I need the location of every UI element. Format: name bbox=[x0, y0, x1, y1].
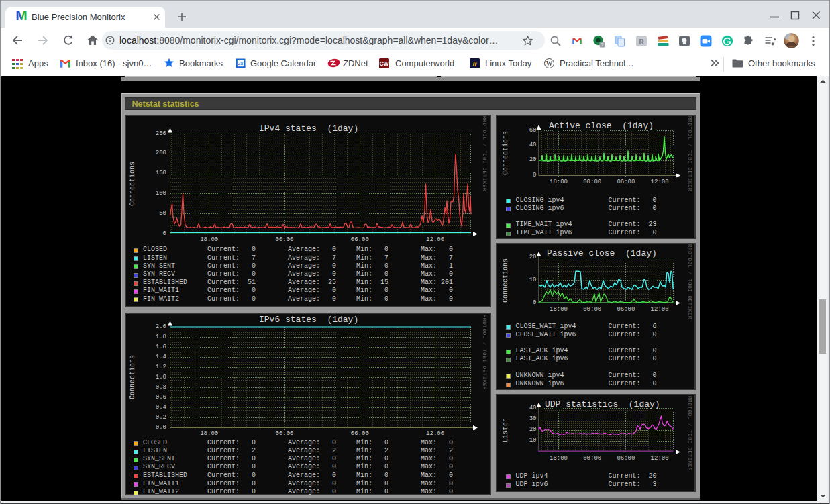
svg-text:?: ? bbox=[601, 42, 604, 47]
svg-text:M: M bbox=[15, 9, 28, 21]
svg-text:28: 28 bbox=[238, 61, 244, 66]
svg-text:R: R bbox=[639, 37, 645, 46]
svg-text:lt: lt bbox=[472, 59, 477, 67]
svg-text:CW: CW bbox=[379, 60, 389, 67]
svg-text:W: W bbox=[546, 60, 553, 67]
